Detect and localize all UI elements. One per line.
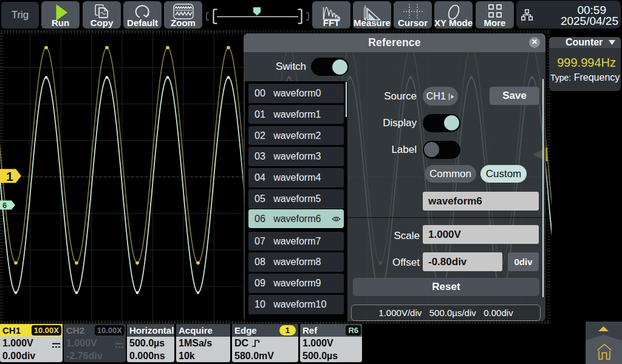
svg-text:1: 1 bbox=[6, 169, 13, 183]
svg-text:6: 6 bbox=[2, 201, 7, 210]
